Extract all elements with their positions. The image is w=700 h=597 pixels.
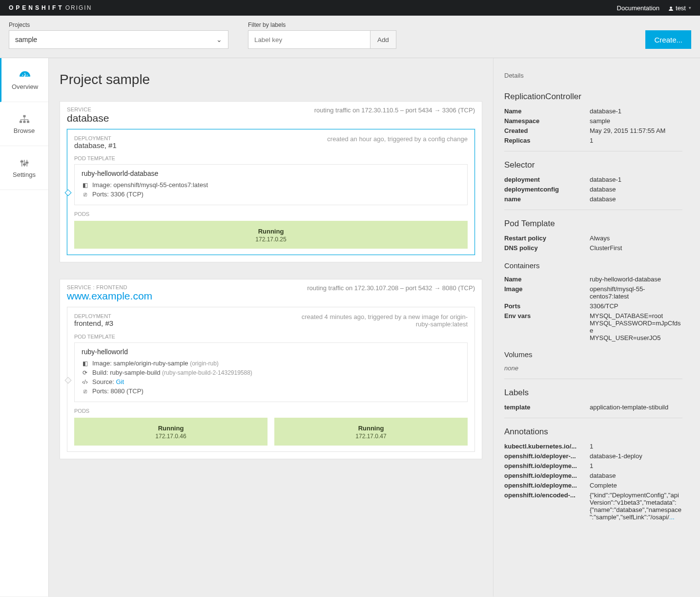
kv-key: deployment (504, 176, 590, 183)
svg-point-3 (26, 75, 27, 76)
pod-state: Running (274, 425, 468, 432)
svg-point-0 (670, 6, 672, 9)
documentation-link[interactable]: Documentation (617, 4, 659, 12)
sitemap-icon (20, 114, 29, 124)
dashboard-icon (20, 70, 30, 80)
brand-bold: OPENSHIFT (9, 4, 64, 11)
chevron-down-icon: ⌄ (216, 36, 222, 43)
kv-key: Env vars (504, 312, 590, 341)
kv-key: openshift.io/encoded-... (504, 491, 590, 521)
kv-value: sample (590, 117, 682, 125)
kv-key: Restart policy (504, 235, 590, 242)
kv-key: openshift.io/deployme... (504, 482, 590, 489)
service-route: routing traffic on 172.30.110.5 – port 5… (314, 107, 475, 114)
kv-value: ruby-helloworld-database (590, 276, 682, 283)
projects-label: Projects (9, 21, 228, 28)
service-route: routing traffic on 172.30.107.208 – port… (307, 284, 475, 292)
sidebar-item-label: Overview (12, 83, 38, 90)
pods-label: PODS (74, 408, 468, 414)
sliders-icon (20, 158, 29, 168)
svg-rect-5 (23, 115, 25, 117)
section-labels: Labels (504, 388, 682, 398)
kv-value: May 29, 2015 11:57:55 AM (590, 127, 682, 134)
page-title: Project sample (60, 72, 482, 87)
section-containers: Containers (504, 261, 682, 270)
pod-template-build: Build: ruby-sample-build (ruby-sample-bu… (92, 369, 252, 376)
volumes-none: none (504, 364, 682, 372)
kv-key: Name (504, 107, 590, 115)
service-name: database (67, 112, 109, 124)
pod-tile[interactable]: Running 172.17.0.25 (74, 221, 468, 249)
kv-value: database (590, 195, 682, 203)
label-key-input[interactable] (248, 30, 370, 49)
kv-key: openshift.io/deployer-... (504, 452, 590, 460)
kv-key: deploymentconfig (504, 186, 590, 193)
deployment-card[interactable]: DEPLOYMENT frontend, #3 created 4 minute… (67, 307, 475, 452)
sidebar-item-label: Settings (13, 171, 36, 178)
pod-state: Running (74, 425, 268, 432)
svg-rect-7 (23, 121, 25, 123)
section-annotations: Annotations (504, 427, 682, 437)
add-label-button[interactable]: Add (370, 30, 396, 49)
sidebar-item-browse[interactable]: Browse (0, 102, 48, 146)
user-name: test (676, 4, 686, 12)
pod-template-title: ruby-helloworld (82, 348, 460, 356)
kv-value: 1 (590, 137, 682, 144)
kv-value: MYSQL_DATABASE=rootMYSQL_PASSWORD=mJpCfd… (590, 312, 682, 341)
sidebar-item-overview[interactable]: Overview (0, 58, 48, 102)
deployment-meta: created 4 minutes ago, triggered by a ne… (292, 313, 468, 328)
kv-value: database-1 (590, 176, 682, 183)
svg-rect-11 (26, 162, 28, 163)
sidebar-item-settings[interactable]: Settings (0, 146, 48, 190)
pod-ip: 172.17.0.46 (74, 433, 268, 440)
selection-diamond-icon (64, 377, 71, 384)
deployment-name: database, #1 (74, 141, 117, 149)
svg-rect-10 (23, 164, 25, 165)
project-select-value: sample (15, 36, 37, 43)
kv-value: Complete (590, 482, 682, 489)
kv-key: openshift.io/deployme... (504, 472, 590, 479)
sidebar-item-label: Browse (14, 127, 35, 134)
service-card-database: SERVICE database routing traffic on 172.… (60, 101, 482, 262)
kv-key: template (504, 404, 590, 411)
sidebar: Overview Browse Settings (0, 58, 49, 597)
pod-tile[interactable]: Running 172.17.0.46 (74, 418, 268, 446)
pod-template-ports: Ports: 3306 (TCP) (92, 191, 144, 198)
project-select[interactable]: sample ⌄ (9, 30, 228, 49)
pod-tile[interactable]: Running 172.17.0.47 (274, 418, 468, 446)
filter-label: Filter by labels (248, 21, 396, 28)
pod-template-ports: Ports: 8080 (TCP) (92, 387, 144, 395)
pod-template-box: ruby-helloworld-database ◧Image: openshi… (74, 164, 468, 205)
pod-template-title: ruby-helloworld-database (82, 170, 460, 177)
svg-point-1 (22, 75, 23, 76)
user-menu[interactable]: test ▾ (668, 4, 691, 12)
annotation-more-link[interactable]: ... (669, 513, 675, 521)
pod-template-image: Image: openshift/mysql-55-centos7:latest (92, 181, 208, 189)
kv-key: Created (504, 127, 590, 134)
kv-key: openshift.io/deployme... (504, 462, 590, 469)
kv-value: {"kind":"DeploymentConfig","apiVersion":… (590, 491, 682, 521)
pod-template-box: ruby-helloworld ◧Image: sample/origin-ru… (74, 342, 468, 402)
content: Project sample SERVICE database routing … (49, 58, 493, 597)
pod-ip: 172.17.0.47 (274, 433, 468, 440)
kv-value: Always (590, 235, 682, 242)
service-url-link[interactable]: www.example.com (67, 290, 152, 302)
section-selector: Selector (504, 160, 682, 170)
kv-key: Replicas (504, 137, 590, 144)
service-card-frontend: SERVICE : FRONTEND www.example.com routi… (60, 279, 482, 459)
deployment-card[interactable]: DEPLOYMENT database, #1 created an hour … (67, 129, 475, 255)
section-replicationcontroller: ReplicationController (504, 92, 682, 102)
port-icon: ⎚ (82, 191, 88, 198)
kv-key: DNS policy (504, 244, 590, 252)
create-button[interactable]: Create... (645, 30, 691, 49)
pod-template-image: Image: sample/origin-ruby-sample (origin… (92, 360, 219, 367)
source-git-link[interactable]: Git (116, 378, 124, 385)
service-kicker: SERVICE (67, 107, 109, 112)
chevron-down-icon: ▾ (689, 5, 691, 10)
pod-state: Running (74, 228, 468, 235)
kv-value: 3306/TCP (590, 302, 682, 310)
kv-key: Image (504, 285, 590, 300)
kv-value: database (590, 472, 682, 479)
pod-ip: 172.17.0.25 (74, 236, 468, 243)
top-bar: OPENSHIFTORIGIN Documentation test ▾ (0, 0, 700, 16)
